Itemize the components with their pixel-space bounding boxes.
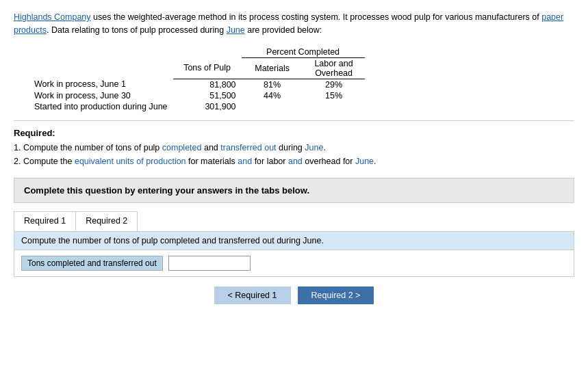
tab-required-1[interactable]: Required 1 <box>14 212 76 231</box>
row2-tons: 51,500 <box>173 90 242 101</box>
row1-tons: 81,800 <box>173 79 242 90</box>
required-title: Required: <box>14 128 574 138</box>
intro-paragraph: Highlands Company uses the weighted-aver… <box>14 11 574 37</box>
tab-required-2[interactable]: Required 2 <box>76 212 137 231</box>
percent-completed-header: Percent Completed <box>242 46 365 58</box>
row3-overhead <box>303 101 365 112</box>
row2-materials: 44% <box>242 90 303 101</box>
required-item-2: 2. Compute the equivalent units of produ… <box>14 155 574 168</box>
table-row: Work in process, June 1 81,800 81% 29% <box>14 79 365 90</box>
row3-label: Started into production during June <box>14 101 173 112</box>
required-section: Required: 1. Compute the number of tons … <box>14 128 574 168</box>
row2-overhead: 15% <box>303 90 365 101</box>
required-item-1: 1. Compute the number of tons of pulp co… <box>14 141 574 155</box>
row2-label: Work in process, June 30 <box>14 90 173 101</box>
table-row: Work in process, June 30 51,500 44% 15% <box>14 90 365 101</box>
row1-overhead: 29% <box>303 79 365 90</box>
row3-tons: 301,900 <box>173 101 242 112</box>
row1-materials: 81% <box>242 79 303 90</box>
tabs-container: Required 1 Required 2 <box>14 211 138 231</box>
input-label: Tons completed and transferred out <box>21 256 163 271</box>
input-row: Tons completed and transferred out <box>14 250 574 276</box>
next-button[interactable]: Required 2 > <box>298 286 374 304</box>
table-row: Started into production during June 301,… <box>14 101 365 112</box>
tab-instruction: Compute the number of tons of pulp compl… <box>14 232 574 250</box>
prev-button[interactable]: < Required 1 <box>214 286 291 304</box>
row1-label: Work in process, June 1 <box>14 79 173 90</box>
complete-question-box: Complete this question by entering your … <box>14 178 574 203</box>
nav-buttons: < Required 1 Required 2 > <box>14 280 574 311</box>
tons-input[interactable] <box>168 256 251 271</box>
tab-content-area: Compute the number of tons of pulp compl… <box>14 231 574 277</box>
row3-materials <box>242 101 303 112</box>
data-table: Percent Completed Tons of Pulp Materials… <box>14 46 365 112</box>
divider <box>14 120 574 121</box>
